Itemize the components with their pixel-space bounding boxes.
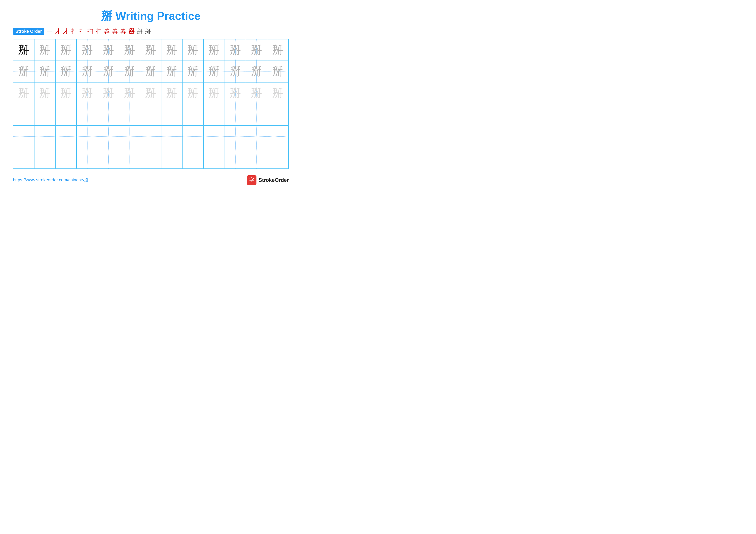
grid-cell-6-2[interactable]: [35, 147, 56, 168]
grid-cell-1-6[interactable]: 掰: [119, 39, 140, 61]
grid-cell-3-5[interactable]: 掰: [98, 83, 119, 104]
grid-cell-6-7[interactable]: [140, 147, 161, 168]
grid-cell-3-11[interactable]: 掰: [225, 83, 246, 104]
grid-cell-5-13[interactable]: [267, 126, 288, 147]
char-dark: 掰: [18, 44, 29, 56]
footer-logo: 字 StrokeOrder: [247, 175, 289, 185]
stroke-step-2: 才: [63, 28, 69, 35]
grid-cell-4-8[interactable]: [161, 104, 182, 125]
grid-cell-4-7[interactable]: [140, 104, 161, 125]
grid-row-3: 掰 掰 掰 掰 掰 掰 掰 掰 掰 掰 掰 掰 掰: [14, 83, 288, 104]
grid-cell-5-4[interactable]: [77, 126, 98, 147]
grid-cell-2-12[interactable]: 掰: [246, 61, 267, 82]
grid-cell-2-2[interactable]: 掰: [35, 61, 56, 82]
grid-cell-4-10[interactable]: [204, 104, 225, 125]
grid-cell-2-1[interactable]: 掰: [14, 61, 35, 82]
grid-cell-1-11[interactable]: 掰: [225, 39, 246, 61]
stroke-step-4: 扌: [79, 28, 85, 35]
grid-cell-6-3[interactable]: [56, 147, 77, 168]
stroke-step-0: 一: [46, 28, 53, 35]
grid-cell-4-2[interactable]: [35, 104, 56, 125]
grid-cell-4-13[interactable]: [267, 104, 288, 125]
grid-cell-5-11[interactable]: [225, 126, 246, 147]
grid-cell-5-8[interactable]: [161, 126, 182, 147]
grid-cell-1-1[interactable]: 掰: [14, 39, 35, 61]
stroke-step-11: 掰: [137, 28, 143, 35]
grid-row-1: 掰 掰 掰 掰 掰 掰 掰 掰 掰 掰 掰 掰 掰: [14, 39, 288, 61]
stroke-step-5: 扫: [88, 28, 94, 35]
grid-cell-5-10[interactable]: [204, 126, 225, 147]
grid-cell-3-7[interactable]: 掰: [140, 83, 161, 104]
grid-cell-3-3[interactable]: 掰: [56, 83, 77, 104]
grid-cell-1-7[interactable]: 掰: [140, 39, 161, 61]
grid-cell-1-10[interactable]: 掰: [204, 39, 225, 61]
grid-cell-6-5[interactable]: [98, 147, 119, 168]
grid-cell-2-4[interactable]: 掰: [77, 61, 98, 82]
grid-cell-6-1[interactable]: [14, 147, 35, 168]
stroke-step-9: 掱: [120, 28, 126, 35]
grid-cell-5-12[interactable]: [246, 126, 267, 147]
practice-grid: 掰 掰 掰 掰 掰 掰 掰 掰 掰 掰 掰 掰 掰 掰 掰 掰 掰 掰 掰 掰 …: [13, 39, 289, 169]
grid-cell-2-8[interactable]: 掰: [161, 61, 182, 82]
stroke-step-7: 掱: [104, 28, 110, 35]
grid-cell-1-2[interactable]: 掰: [35, 39, 56, 61]
grid-cell-5-6[interactable]: [119, 126, 140, 147]
grid-cell-1-5[interactable]: 掰: [98, 39, 119, 61]
grid-row-5: [14, 126, 288, 147]
grid-cell-1-12[interactable]: 掰: [246, 39, 267, 61]
grid-cell-3-8[interactable]: 掰: [161, 83, 182, 104]
grid-cell-6-11[interactable]: [225, 147, 246, 168]
grid-cell-3-9[interactable]: 掰: [182, 83, 204, 104]
stroke-step-10: 掰: [128, 28, 134, 35]
grid-cell-4-12[interactable]: [246, 104, 267, 125]
footer-url[interactable]: https://www.strokeorder.com/chinese/掰: [13, 177, 89, 183]
grid-cell-6-6[interactable]: [119, 147, 140, 168]
grid-cell-6-10[interactable]: [204, 147, 225, 168]
grid-cell-6-8[interactable]: [161, 147, 182, 168]
grid-cell-2-11[interactable]: 掰: [225, 61, 246, 82]
grid-cell-2-10[interactable]: 掰: [204, 61, 225, 82]
grid-cell-4-1[interactable]: [14, 104, 35, 125]
grid-row-6: [14, 147, 288, 168]
grid-cell-1-13[interactable]: 掰: [267, 39, 288, 61]
grid-cell-2-7[interactable]: 掰: [140, 61, 161, 82]
grid-cell-4-5[interactable]: [98, 104, 119, 125]
stroke-step-8: 掱: [112, 28, 118, 35]
logo-icon: 字: [247, 175, 256, 185]
logo-text: StrokeOrder: [258, 177, 289, 183]
stroke-step-1: 才: [55, 28, 61, 35]
grid-cell-6-13[interactable]: [267, 147, 288, 168]
grid-cell-2-9[interactable]: 掰: [182, 61, 204, 82]
grid-cell-4-4[interactable]: [77, 104, 98, 125]
grid-row-4: [14, 104, 288, 126]
grid-cell-1-4[interactable]: 掰: [77, 39, 98, 61]
grid-cell-2-6[interactable]: 掰: [119, 61, 140, 82]
grid-cell-5-7[interactable]: [140, 126, 161, 147]
grid-cell-3-2[interactable]: 掰: [35, 83, 56, 104]
grid-cell-3-1[interactable]: 掰: [14, 83, 35, 104]
grid-cell-5-5[interactable]: [98, 126, 119, 147]
grid-cell-4-6[interactable]: [119, 104, 140, 125]
grid-cell-6-12[interactable]: [246, 147, 267, 168]
grid-cell-4-3[interactable]: [56, 104, 77, 125]
grid-cell-4-11[interactable]: [225, 104, 246, 125]
grid-cell-4-9[interactable]: [182, 104, 204, 125]
grid-cell-3-10[interactable]: 掰: [204, 83, 225, 104]
grid-cell-5-3[interactable]: [56, 126, 77, 147]
grid-cell-1-3[interactable]: 掰: [56, 39, 77, 61]
grid-cell-5-1[interactable]: [14, 126, 35, 147]
grid-cell-5-9[interactable]: [182, 126, 204, 147]
grid-cell-2-3[interactable]: 掰: [56, 61, 77, 82]
grid-cell-3-4[interactable]: 掰: [77, 83, 98, 104]
grid-cell-5-2[interactable]: [35, 126, 56, 147]
grid-cell-6-4[interactable]: [77, 147, 98, 168]
stroke-step-6: 扫: [96, 28, 102, 35]
grid-cell-1-9[interactable]: 掰: [182, 39, 204, 61]
grid-cell-2-13[interactable]: 掰: [267, 61, 288, 82]
grid-cell-6-9[interactable]: [182, 147, 204, 168]
grid-cell-3-12[interactable]: 掰: [246, 83, 267, 104]
grid-cell-2-5[interactable]: 掰: [98, 61, 119, 82]
grid-cell-3-13[interactable]: 掰: [267, 83, 288, 104]
grid-cell-3-6[interactable]: 掰: [119, 83, 140, 104]
grid-cell-1-8[interactable]: 掰: [161, 39, 182, 61]
